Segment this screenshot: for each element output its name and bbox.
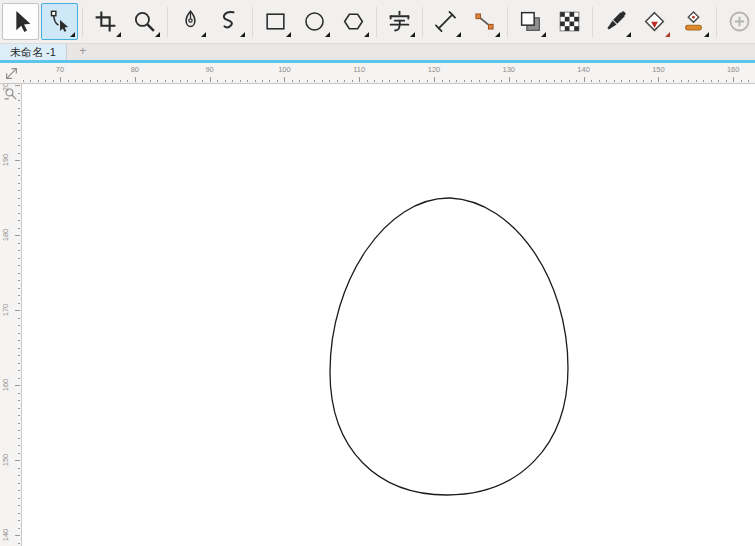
ruler-minor-tick (18, 505, 20, 506)
ruler-minor-tick (696, 80, 697, 82)
ruler-minor-tick (636, 80, 637, 82)
tool-dimension-button[interactable] (427, 3, 464, 40)
ruler-minor-tick (427, 80, 428, 82)
ruler-minor-tick (18, 318, 20, 319)
tool-ellipse-button[interactable] (296, 3, 333, 40)
tool-dropshadow-button[interactable] (512, 3, 549, 40)
tool-crop-button[interactable] (87, 3, 124, 40)
ruler-minor-tick (531, 80, 532, 82)
ruler-minor-tick (539, 80, 540, 82)
ruler-minor-tick (97, 80, 98, 82)
ruler-minor-tick (90, 80, 91, 82)
ruler-minor-tick (412, 80, 413, 82)
drawing-canvas[interactable] (23, 85, 755, 546)
fill-bucket-icon (681, 9, 706, 34)
document-tab[interactable]: 未命名 -1 (0, 44, 67, 60)
ruler-minor-tick (195, 80, 196, 82)
flyout-indicator (70, 32, 75, 37)
ruler-minor-tick (292, 80, 293, 82)
ruler-minor-tick (18, 250, 20, 251)
ruler-minor-tick (718, 80, 719, 82)
ruler-minor-tick (82, 80, 83, 82)
ruler-minor-tick (18, 400, 20, 401)
ruler-label: 70 (47, 65, 73, 74)
ruler-minor-tick (172, 80, 173, 82)
ruler-minor-tick (546, 80, 547, 82)
pen-nib-icon (178, 9, 203, 34)
ruler-minor-tick (688, 80, 689, 82)
ruler-minor-tick (18, 93, 20, 94)
tool-shape-button[interactable] (41, 3, 78, 40)
ruler-minor-tick (18, 130, 20, 131)
tool-rectangle-button[interactable] (257, 3, 294, 40)
ruler-minor-tick (247, 80, 248, 82)
tool-eyedropper-button[interactable] (597, 3, 634, 40)
ruler-minor-tick (486, 80, 487, 82)
tool-fill-button[interactable] (675, 3, 712, 40)
flyout-indicator (410, 32, 415, 37)
tool-pick-button[interactable] (2, 3, 39, 40)
flyout-indicator (201, 32, 206, 37)
ruler-minor-tick (18, 303, 20, 304)
ruler-minor-tick (726, 80, 727, 82)
ruler-minor-tick (18, 348, 20, 349)
flyout-indicator (240, 32, 245, 37)
smart-fill-icon (642, 9, 667, 34)
ruler-corner[interactable] (0, 63, 22, 84)
ruler-major-tick (15, 160, 20, 161)
ruler-minor-tick (479, 80, 480, 82)
ruler-minor-tick (299, 80, 300, 82)
ruler-minor-tick (18, 213, 20, 214)
ruler-minor-tick (150, 80, 151, 82)
ruler-minor-tick (329, 80, 330, 82)
ruler-minor-tick (18, 123, 20, 124)
document-tab-label: 未命名 -1 (10, 46, 56, 58)
ruler-minor-tick (18, 205, 20, 206)
ruler-minor-tick (120, 80, 121, 82)
ruler-label: 130 (496, 65, 522, 74)
ruler-minor-tick (599, 80, 600, 82)
ruler-minor-tick (471, 80, 472, 82)
egg-shape[interactable] (330, 198, 568, 495)
tool-connector-button[interactable] (466, 3, 503, 40)
tool-text-button[interactable] (381, 3, 418, 40)
ruler-minor-tick (741, 80, 742, 82)
tool-zoom-button[interactable] (126, 3, 163, 40)
ruler-minor-tick (18, 168, 20, 169)
ruler-minor-tick (307, 80, 308, 82)
ruler-minor-tick (404, 80, 405, 82)
ruler-minor-tick (629, 80, 630, 82)
ruler-minor-tick (18, 483, 20, 484)
ruler-minor-tick (18, 220, 20, 221)
ruler-minor-tick (591, 80, 592, 82)
shape-edit-icon (47, 9, 72, 34)
tool-addtools-button[interactable] (721, 3, 755, 40)
ruler-origin-icon (4, 66, 19, 81)
rectangle-icon (263, 9, 288, 34)
ruler-minor-tick (18, 430, 20, 431)
tool-bspline-button[interactable] (211, 3, 248, 40)
ruler-minor-tick (277, 80, 278, 82)
ruler-minor-tick (23, 80, 24, 82)
ruler-minor-tick (18, 528, 20, 529)
ruler-minor-tick (666, 80, 667, 82)
curve-icon (217, 9, 242, 34)
ruler-minor-tick (68, 80, 69, 82)
add-tools-plus-icon (727, 9, 752, 34)
tool-transparency-button[interactable] (551, 3, 588, 40)
flyout-indicator (116, 32, 121, 37)
horizontal-ruler[interactable]: 708090100110120130140150160 (22, 63, 755, 84)
ruler-minor-tick (314, 80, 315, 82)
toolbar-separator (376, 7, 377, 37)
tool-smartfill-button[interactable] (636, 3, 673, 40)
ruler-minor-tick (18, 513, 20, 514)
new-document-button[interactable]: + (73, 44, 93, 60)
toolbar-separator (592, 7, 593, 37)
flyout-indicator (456, 32, 461, 37)
ruler-label: 170 (1, 298, 11, 322)
ruler-minor-tick (18, 415, 20, 416)
tool-polygon-button[interactable] (335, 3, 372, 40)
vertical-ruler[interactable]: 200190180170160150140 (0, 84, 22, 546)
app-window: 未命名 -1 + 708090100110120130140150160 200… (0, 0, 755, 546)
tool-pen-button[interactable] (172, 3, 209, 40)
